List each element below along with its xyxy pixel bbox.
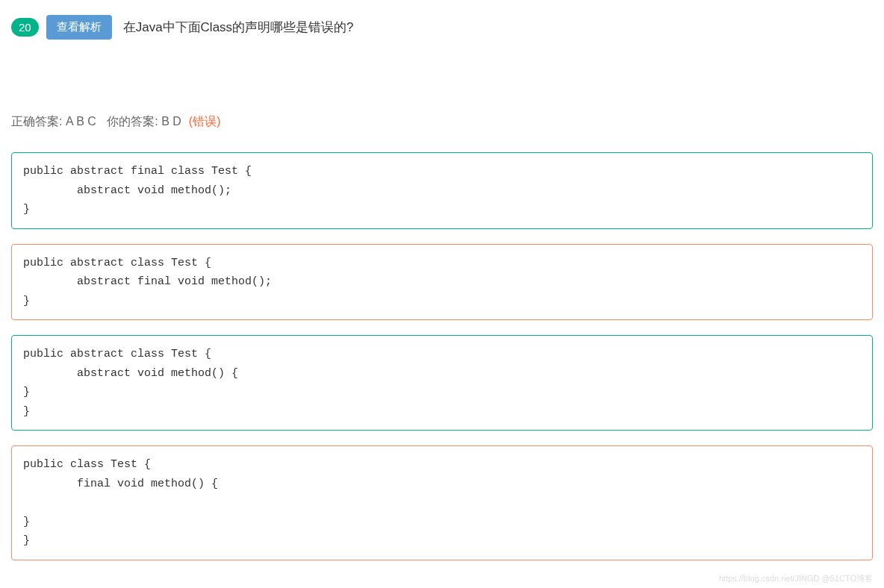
question-title: 在Java中下面Class的声明哪些是错误的?: [123, 19, 354, 36]
question-header: 20 查看解析 在Java中下面Class的声明哪些是错误的?: [11, 15, 873, 40]
wrong-indicator: (错误): [189, 115, 221, 128]
option-code-1: public abstract class Test { abstract fi…: [11, 244, 873, 321]
option-code-2: public abstract class Test { abstract vo…: [11, 335, 873, 431]
your-answer-label: 你的答案:: [107, 115, 158, 128]
option-code-0: public abstract final class Test { abstr…: [11, 152, 873, 229]
question-number-badge: 20: [11, 18, 39, 37]
option-code-3: public class Test { final void method() …: [11, 445, 873, 560]
your-answer-value: B D: [161, 115, 181, 128]
watermark: https://blog.csdn.net/JINGD @51CTO博客: [719, 573, 873, 584]
answer-section: 正确答案: A B C 你的答案: B D(错误): [11, 114, 873, 130]
correct-answer-value: A B C: [66, 115, 96, 128]
options-container: public abstract final class Test { abstr…: [11, 152, 873, 560]
correct-answer-label: 正确答案:: [11, 115, 62, 128]
view-analysis-button[interactable]: 查看解析: [46, 15, 112, 40]
